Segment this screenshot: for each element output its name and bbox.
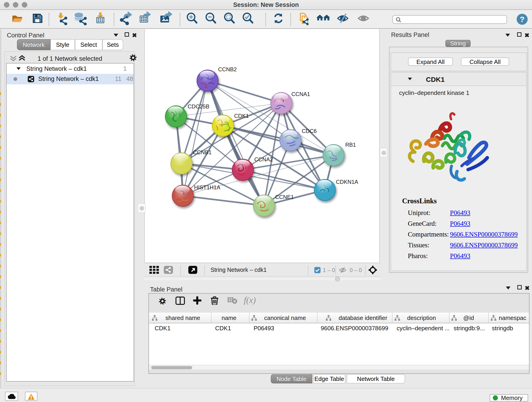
svg-text:HIST1H1A: HIST1H1A bbox=[194, 184, 220, 191]
svg-text:CDC25B: CDC25B bbox=[188, 103, 209, 109]
svg-text:CCNE1: CCNE1 bbox=[275, 194, 294, 200]
svg-text:CCNB2: CCNB2 bbox=[218, 66, 237, 72]
svg-text:CCNA2: CCNA2 bbox=[254, 156, 273, 162]
svg-text:CDC6: CDC6 bbox=[302, 128, 317, 134]
svg-text:CDK1: CDK1 bbox=[234, 113, 249, 119]
svg-text:CDKN1A: CDKN1A bbox=[336, 179, 358, 185]
svg-text:CCNA1: CCNA1 bbox=[291, 91, 310, 97]
svg-text:RB1: RB1 bbox=[345, 142, 356, 148]
svg-text:CCNB1: CCNB1 bbox=[193, 149, 211, 155]
